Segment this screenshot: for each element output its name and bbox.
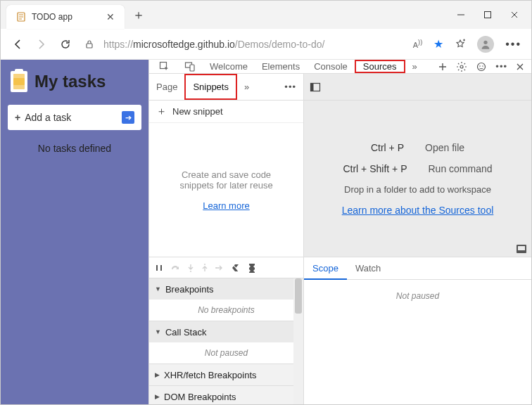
nav-tab-snippets[interactable]: Snippets [184, 74, 237, 100]
back-icon[interactable] [11, 37, 25, 51]
url-host: microsoftedge.github.io [133, 39, 235, 50]
svg-point-17 [215, 267, 217, 269]
navigator-tabs: Page Snippets » ••• [149, 74, 303, 101]
debugger-pane: ▼Breakpoints No breakpoints ▼Call Stack … [149, 257, 304, 405]
tab-sources[interactable]: Sources [355, 60, 405, 73]
collections-icon[interactable] [455, 39, 466, 50]
addressbar-actions: A)) ★ ••• [413, 36, 521, 53]
svg-rect-12 [311, 83, 314, 91]
sources-editor: Ctrl + P Open file Ctrl + Shift + P Run … [304, 74, 531, 257]
page-fav-icon [16, 12, 26, 22]
tab-close-icon[interactable]: ✕ [106, 11, 115, 22]
new-snippet-button[interactable]: ＋ New snippet [149, 101, 303, 123]
browser-tab[interactable]: TODO app ✕ [6, 5, 125, 29]
pause-icon[interactable] [155, 264, 163, 272]
feedback-icon[interactable] [476, 61, 487, 72]
sources-navigator: Page Snippets » ••• ＋ New snippet Create… [149, 74, 304, 257]
url-field[interactable]: https://microsoftedge.github.io/Demos/de… [82, 37, 403, 51]
debugger-scrollbar[interactable] [293, 278, 303, 405]
svg-point-15 [190, 271, 191, 272]
svg-point-7 [460, 65, 463, 68]
plus-icon: + [15, 112, 20, 123]
open-file-shortcut: Ctrl + P [371, 142, 404, 153]
url-protocol: https:// [103, 39, 133, 50]
url-path: /Demos/demo-to-do/ [235, 39, 325, 50]
callstack-not-paused: Not paused [149, 342, 303, 364]
svg-point-10 [483, 65, 484, 67]
step-into-icon[interactable] [187, 264, 194, 272]
svg-point-16 [204, 264, 205, 265]
forward-icon [34, 37, 49, 51]
empty-tasks-label: No tasks defined [6, 143, 143, 154]
device-toggle-icon[interactable] [177, 60, 203, 73]
svg-rect-6 [190, 65, 194, 71]
todo-app-page: My tasks + Add a task ➔ No tasks defined [1, 60, 148, 405]
window-titlebar: TODO app ✕ ＋ [1, 1, 531, 29]
run-command-shortcut: Ctrl + Shift + P [343, 163, 407, 174]
snippets-learn-more-link[interactable]: Learn more [203, 200, 249, 211]
scope-tabs: Scope Watch [304, 257, 531, 280]
tab-scope[interactable]: Scope [304, 258, 347, 280]
heading-text: My tasks [34, 72, 106, 91]
refresh-icon[interactable] [58, 37, 72, 51]
more-tabs-icon[interactable]: » [405, 60, 424, 73]
settings-gear-icon[interactable] [456, 61, 467, 72]
devtools-tabstrip: Welcome Elements Console Sources » ••• [149, 60, 531, 74]
scope-not-paused: Not paused [304, 280, 531, 312]
minimize-icon[interactable] [457, 11, 465, 19]
add-task-input[interactable]: + Add a task ➔ [8, 105, 141, 130]
pause-on-exceptions-icon[interactable] [248, 263, 256, 273]
nav-more-tabs-icon[interactable]: » [237, 74, 256, 100]
svg-rect-2 [87, 44, 92, 48]
devtools-menu-icon[interactable]: ••• [495, 61, 507, 72]
main-area: My tasks + Add a task ➔ No tasks defined… [1, 60, 531, 405]
address-bar: https://microsoftedge.github.io/Demos/de… [1, 29, 531, 60]
svg-point-3 [484, 40, 488, 44]
svg-rect-1 [485, 12, 491, 18]
favorite-star-icon[interactable]: ★ [433, 37, 443, 51]
nav-tab-page[interactable]: Page [149, 74, 184, 100]
clipboard-icon [11, 71, 27, 92]
tab-console[interactable]: Console [307, 60, 355, 73]
page-heading: My tasks [11, 71, 140, 92]
dom-breakpoints-header[interactable]: ▶DOM Breakpoints [149, 386, 303, 405]
read-aloud-icon[interactable]: A)) [413, 39, 422, 49]
devtools-close-icon[interactable] [516, 63, 524, 71]
xhr-breakpoints-header[interactable]: ▶XHR/fetch Breakpoints [149, 364, 303, 385]
tab-welcome[interactable]: Welcome [203, 60, 255, 73]
step-icon[interactable] [215, 264, 224, 271]
svg-point-9 [480, 65, 481, 67]
nav-menu-icon[interactable]: ••• [277, 82, 303, 92]
menu-dots-icon[interactable]: ••• [505, 38, 521, 51]
tab-title: TODO app [32, 12, 72, 22]
close-window-icon[interactable] [510, 11, 519, 19]
breakpoints-section-header[interactable]: ▼Breakpoints [149, 278, 303, 300]
toggle-navigator-icon[interactable] [310, 82, 321, 93]
step-out-icon[interactable] [201, 264, 208, 272]
svg-point-8 [478, 63, 486, 70]
snippets-empty-text: Create and save code snippets for later … [163, 169, 289, 191]
inspect-icon[interactable] [152, 60, 177, 73]
run-command-label: Run command [429, 163, 493, 174]
plus-icon: ＋ [156, 105, 167, 118]
maximize-icon[interactable] [483, 11, 492, 19]
tab-watch[interactable]: Watch [347, 257, 389, 279]
new-snippet-label: New snippet [172, 106, 223, 117]
open-file-label: Open file [425, 142, 464, 153]
lock-icon[interactable] [82, 37, 96, 51]
add-task-label: Add a task [25, 112, 71, 123]
no-breakpoints-label: No breakpoints [149, 300, 303, 321]
scope-pane: Scope Watch Not paused [304, 257, 531, 405]
show-drawer-icon[interactable] [516, 244, 527, 254]
new-tab-button[interactable]: ＋ [132, 8, 146, 22]
deactivate-breakpoints-icon[interactable] [231, 263, 241, 273]
snippets-empty-state: Create and save code snippets for later … [149, 123, 303, 257]
callstack-section-header[interactable]: ▼Call Stack [149, 321, 303, 342]
tab-elements[interactable]: Elements [255, 60, 307, 73]
sources-learn-more-link[interactable]: Learn more about the Sources tool [342, 205, 494, 216]
profile-avatar-icon[interactable] [477, 36, 494, 53]
step-over-icon[interactable] [170, 264, 180, 272]
submit-task-icon[interactable]: ➔ [122, 111, 134, 124]
debugger-toolbar [149, 257, 303, 278]
new-panel-icon[interactable] [438, 62, 448, 72]
